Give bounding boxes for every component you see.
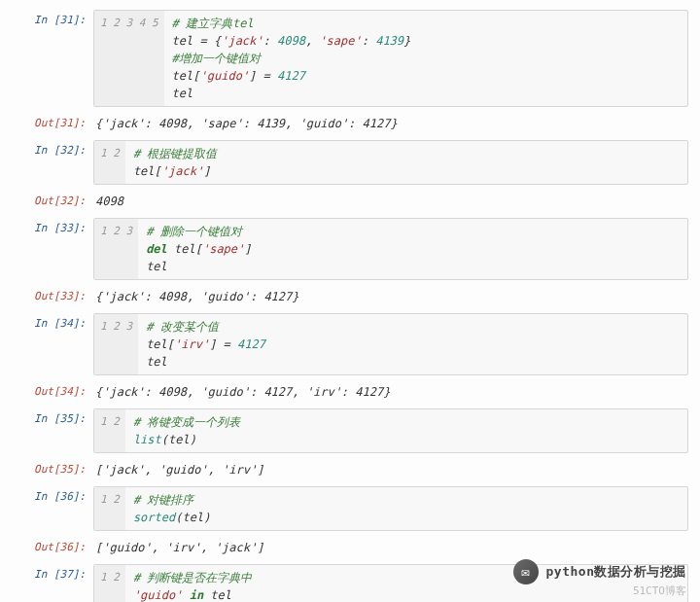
code-token: : — [362, 34, 375, 48]
code-token: 'guido' — [200, 69, 250, 83]
output-prompt: Out[36]: — [12, 537, 93, 553]
line-gutter: 1 2 3 — [94, 219, 138, 279]
notebook-container: In [31]:1 2 3 4 5# 建立字典tel tel = {'jack'… — [12, 10, 688, 602]
input-cell: In [35]:1 2# 将键变成一个列表 list(tel) — [12, 408, 688, 453]
code-area[interactable]: 1 2# 将键变成一个列表 list(tel) — [93, 408, 688, 453]
output-text: {'jack': 4098, 'guido': 4127, 'irv': 412… — [93, 381, 688, 403]
input-cell: In [32]:1 2# 根据键提取值 tel['jack'] — [12, 140, 688, 185]
code-token: : — [263, 34, 277, 48]
code-token: # 对键排序 — [133, 493, 193, 507]
code-token: del — [146, 242, 174, 256]
line-gutter: 1 2 3 4 5 — [94, 11, 164, 106]
code-block[interactable]: # 将键变成一个列表 list(tel) — [125, 409, 248, 452]
input-prompt: In [36]: — [12, 486, 93, 503]
watermark: ✉ python数据分析与挖掘 — [513, 559, 686, 584]
output-prompt: Out[32]: — [12, 191, 93, 207]
output-text: ['jack', 'guido', 'irv'] — [93, 459, 688, 480]
line-gutter: 1 2 — [94, 141, 125, 184]
output-cell: Out[34]:{'jack': 4098, 'guido': 4127, 'i… — [12, 381, 688, 403]
output-prompt: Out[35]: — [12, 459, 93, 476]
code-token: tel = { — [172, 34, 222, 48]
code-token: ] — [244, 242, 251, 256]
output-cell: Out[32]:4098 — [12, 191, 688, 212]
code-area[interactable]: 1 2 3 4 5# 建立字典tel tel = {'jack': 4098, … — [93, 10, 688, 107]
code-token: tel — [146, 355, 167, 369]
code-token: 'jack' — [221, 34, 262, 48]
input-prompt: In [33]: — [12, 218, 93, 234]
code-token: 'jack' — [161, 164, 203, 178]
code-token: # 将键变成一个列表 — [133, 415, 240, 429]
code-token: (tel) — [175, 511, 210, 524]
code-token: #增加一个键值对 — [172, 52, 261, 65]
code-token: tel — [146, 260, 167, 273]
code-token: tel[ — [172, 69, 200, 83]
input-prompt: In [35]: — [12, 408, 93, 425]
output-cell: Out[31]:{'jack': 4098, 'sape': 4139, 'gu… — [12, 113, 688, 134]
watermark-subtext: 51CTO博客 — [633, 584, 686, 598]
input-cell: In [34]:1 2 3# 改变某个值 tel['irv'] = 4127 t… — [12, 313, 688, 375]
input-cell: In [31]:1 2 3 4 5# 建立字典tel tel = {'jack'… — [12, 10, 688, 107]
output-text: {'jack': 4098, 'guido': 4127} — [93, 286, 688, 307]
code-token: 4098 — [277, 34, 305, 48]
code-block[interactable]: # 建立字典tel tel = {'jack': 4098, 'sape': 4… — [164, 11, 419, 106]
code-token: (tel) — [161, 433, 196, 446]
code-token: 4127 — [277, 69, 305, 83]
input-prompt: In [37]: — [12, 564, 93, 581]
output-cell: Out[35]:['jack', 'guido', 'irv'] — [12, 459, 688, 480]
code-area[interactable]: 1 2# 根据键提取值 tel['jack'] — [93, 140, 688, 185]
code-token: 'irv' — [174, 337, 209, 351]
code-token: # 判断键是否在字典中 — [133, 571, 252, 584]
code-block[interactable]: # 对键排序 sorted(tel) — [125, 487, 218, 530]
code-area[interactable]: 1 2 3# 删除一个键值对 del tel['sape'] tel — [93, 218, 688, 280]
code-token: 'sape' — [202, 242, 244, 256]
line-gutter: 1 2 — [94, 409, 125, 452]
code-token: # 删除一个键值对 — [146, 225, 241, 238]
output-text: 4098 — [93, 191, 688, 212]
output-text: {'jack': 4098, 'sape': 4139, 'guido': 41… — [93, 113, 688, 134]
code-token: # 建立字典tel — [172, 17, 254, 30]
line-gutter: 1 2 — [94, 487, 125, 530]
code-token — [182, 588, 189, 602]
output-prompt: Out[31]: — [12, 113, 93, 129]
code-block[interactable]: # 改变某个值 tel['irv'] = 4127 tel — [138, 314, 273, 374]
code-token: ] = — [209, 337, 237, 351]
code-token: sorted — [133, 511, 175, 524]
code-token: } — [403, 34, 410, 48]
code-area[interactable]: 1 2# 对键排序 sorted(tel) — [93, 486, 688, 531]
output-prompt: Out[34]: — [12, 381, 93, 398]
code-block[interactable]: # 根据键提取值 tel['jack'] — [125, 141, 225, 184]
output-cell: Out[33]:{'jack': 4098, 'guido': 4127} — [12, 286, 688, 307]
wechat-icon: ✉ — [513, 559, 539, 584]
code-token: tel[ — [174, 242, 202, 256]
code-token: 4139 — [375, 34, 403, 48]
input-cell: In [36]:1 2# 对键排序 sorted(tel) — [12, 486, 688, 531]
input-cell: In [33]:1 2 3# 删除一个键值对 del tel['sape'] t… — [12, 218, 688, 280]
code-area[interactable]: 1 2 3# 改变某个值 tel['irv'] = 4127 tel — [93, 313, 688, 375]
code-token: # 根据键提取值 — [133, 147, 217, 160]
code-block[interactable]: # 判断键是否在字典中 'guido' in tel — [125, 565, 260, 602]
code-token: ] = — [249, 69, 277, 83]
code-token: # 改变某个值 — [146, 320, 218, 334]
code-token: , — [305, 34, 319, 48]
watermark-text: python数据分析与挖掘 — [546, 563, 686, 581]
code-token: list — [133, 433, 161, 446]
code-token: 4127 — [237, 337, 265, 351]
input-prompt: In [34]: — [12, 313, 93, 330]
code-token: tel — [172, 87, 193, 100]
output-prompt: Out[33]: — [12, 286, 93, 302]
code-token: tel[ — [133, 164, 161, 178]
line-gutter: 1 2 3 — [94, 314, 138, 374]
line-gutter: 1 2 — [94, 565, 125, 602]
output-cell: Out[36]:['guido', 'irv', 'jack'] — [12, 537, 688, 558]
code-token: tel — [203, 588, 231, 602]
code-token: in — [190, 588, 203, 602]
code-token: 'guido' — [133, 588, 183, 602]
input-prompt: In [32]: — [12, 140, 93, 157]
code-token: ] — [203, 164, 210, 178]
code-block[interactable]: # 删除一个键值对 del tel['sape'] tel — [138, 219, 259, 279]
input-prompt: In [31]: — [12, 10, 93, 26]
code-token: tel[ — [146, 337, 174, 351]
output-text: ['guido', 'irv', 'jack'] — [93, 537, 688, 558]
code-token: 'sape' — [319, 34, 361, 48]
